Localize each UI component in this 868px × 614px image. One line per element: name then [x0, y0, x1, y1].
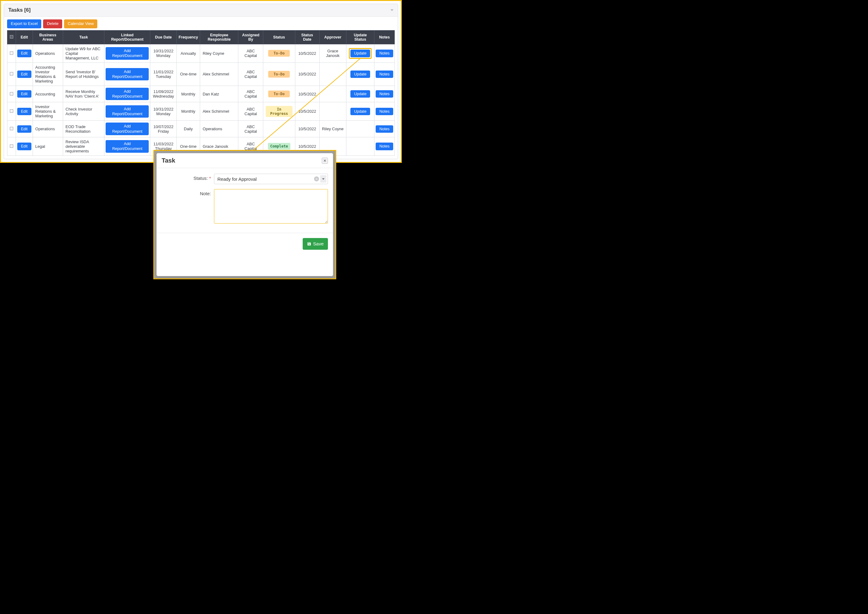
cell-assigned-by: ABC Capital: [238, 121, 263, 137]
cell-frequency: One-time: [177, 62, 200, 85]
save-button[interactable]: Save: [303, 238, 328, 250]
table-row: EditAccounting Investor Relations & Mark…: [8, 62, 395, 85]
table-row: EditOperationsUpdate W9 for ABC Capital …: [8, 44, 395, 62]
row-checkbox[interactable]: [10, 144, 13, 148]
row-checkbox[interactable]: [10, 72, 13, 76]
note-textarea[interactable]: [214, 189, 328, 223]
col-due: Due Date: [150, 30, 177, 44]
add-report-button[interactable]: Add Report/Document: [105, 88, 149, 101]
edit-button[interactable]: Edit: [17, 108, 31, 115]
cell-approver: Grace Janosik: [319, 44, 346, 62]
col-freq: Frequency: [177, 30, 200, 44]
cell-update-status: [346, 121, 374, 137]
delete-button[interactable]: Delete: [43, 19, 62, 28]
notes-button[interactable]: Notes: [376, 125, 393, 133]
notes-button[interactable]: Notes: [376, 50, 393, 57]
status-badge: To-Do: [268, 50, 290, 57]
status-label: Status: *: [162, 174, 211, 181]
col-approver: Approver: [319, 30, 346, 44]
row-checkbox[interactable]: [10, 92, 13, 95]
cell-task: Receive Monthly NAV from 'Client A': [63, 85, 104, 102]
cell-assigned-by: ABC Capital: [238, 62, 263, 85]
edit-button[interactable]: Edit: [17, 90, 31, 98]
col-asg: Assigned By: [238, 30, 263, 44]
cell-frequency: Monthly: [177, 102, 200, 121]
cell-status: To-Do: [263, 62, 295, 85]
cell-due-date: 10/07/2022Friday: [150, 121, 177, 137]
status-select[interactable]: Ready for Approval ✕: [214, 174, 328, 184]
note-label: Note:: [162, 189, 211, 196]
cell-update-status: Update: [346, 85, 374, 102]
cell-business-area: Operations: [33, 44, 63, 62]
add-report-button[interactable]: Add Report/Document: [105, 68, 149, 81]
cell-employee: Operations: [200, 121, 238, 137]
tasks-panel-frame: Tasks [6] Export to Excel Delete Calenda…: [0, 0, 402, 163]
update-button[interactable]: Update: [350, 50, 370, 57]
cell-employee: Alex Schimmel: [200, 62, 238, 85]
notes-button[interactable]: Notes: [376, 71, 393, 78]
cell-business-area: Legal: [33, 137, 63, 155]
cell-approver: [319, 62, 346, 85]
modal-close-button[interactable]: ✕: [322, 158, 328, 164]
cell-due-date: 11/09/2022Wednesday: [150, 85, 177, 102]
row-checkbox[interactable]: [10, 127, 13, 130]
status-value: Ready for Approval: [217, 177, 257, 182]
edit-button[interactable]: Edit: [17, 125, 31, 133]
cell-employee: Dan Katz: [200, 85, 238, 102]
close-icon: ✕: [323, 158, 326, 163]
update-button[interactable]: Update: [350, 90, 370, 98]
table-row: EditOperationsEOD Trade ReconciliationAd…: [8, 121, 395, 137]
cell-update-status: Update: [346, 44, 374, 62]
cell-approver: [319, 102, 346, 121]
col-upd: Update Status: [346, 30, 374, 44]
cell-approver: Riley Coyne: [319, 121, 346, 137]
status-dropdown-icon[interactable]: [320, 175, 326, 183]
cell-status: In Progress: [263, 102, 295, 121]
add-report-button[interactable]: Add Report/Document: [105, 47, 149, 60]
collapse-icon[interactable]: [391, 9, 394, 11]
cell-update-status: Update: [346, 62, 374, 85]
panel-title: Tasks [6]: [8, 7, 31, 13]
col-linked: Linked Report/Document: [104, 30, 150, 44]
col-sdate: Status Date: [295, 30, 319, 44]
add-report-button[interactable]: Add Report/Document: [105, 122, 149, 135]
cell-task: EOD Trade Reconciliation: [63, 121, 104, 137]
cell-business-area: Accounting: [33, 85, 63, 102]
export-excel-button[interactable]: Export to Excel: [7, 19, 41, 28]
cell-update-status: [346, 137, 374, 155]
table-row: EditInvestor Relations & MarketingCheck …: [8, 102, 395, 121]
edit-button[interactable]: Edit: [17, 71, 31, 78]
status-clear-icon[interactable]: ✕: [314, 177, 319, 181]
notes-button[interactable]: Notes: [376, 90, 393, 98]
cell-status-date: 10/5/2022: [295, 102, 319, 121]
col-notes: Notes: [374, 30, 395, 44]
col-biz: Business Areas: [33, 30, 63, 44]
add-report-button[interactable]: Add Report/Document: [105, 140, 149, 153]
cell-business-area: Operations: [33, 121, 63, 137]
cell-frequency: Annually: [177, 44, 200, 62]
row-checkbox[interactable]: [10, 109, 13, 113]
edit-button[interactable]: Edit: [17, 143, 31, 150]
cell-status: To-Do: [263, 85, 295, 102]
update-button[interactable]: Update: [350, 108, 370, 115]
cell-status-date: 10/5/2022: [295, 62, 319, 85]
cell-status-date: 10/5/2022: [295, 121, 319, 137]
cell-status: To-Do: [263, 44, 295, 62]
col-task: Task: [63, 30, 104, 44]
notes-button[interactable]: Notes: [376, 108, 393, 115]
modal-header: Task ✕: [157, 154, 333, 168]
add-report-button[interactable]: Add Report/Document: [105, 105, 149, 118]
calendar-view-button[interactable]: Calendar View: [64, 19, 97, 28]
cell-business-area: Accounting Investor Relations & Marketin…: [33, 62, 63, 85]
modal-body: Status: * Ready for Approval ✕ Note:: [157, 168, 333, 233]
notes-button[interactable]: Notes: [376, 143, 393, 150]
edit-button[interactable]: Edit: [17, 50, 31, 57]
cell-due-date: 10/31/2022Monday: [150, 102, 177, 121]
cell-update-status: Update: [346, 102, 374, 121]
row-checkbox[interactable]: [10, 51, 13, 55]
update-button-highlight: Update: [349, 48, 372, 59]
update-button[interactable]: Update: [350, 71, 370, 78]
select-all-checkbox[interactable]: [10, 35, 13, 39]
tasks-table: Edit Business Areas Task Linked Report/D…: [7, 30, 395, 156]
col-status: Status: [263, 30, 295, 44]
